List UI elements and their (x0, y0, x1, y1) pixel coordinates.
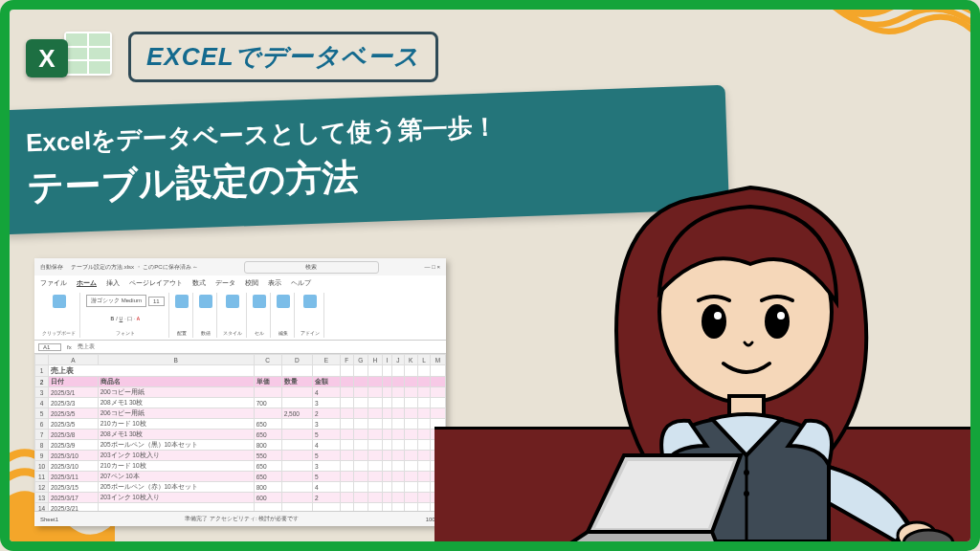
excel-logo: X (23, 23, 115, 90)
excel-screenshot: 自動保存 テーブル設定の方法.xlsx ・ このPCに保存済み ～ 検索 — □… (34, 258, 446, 526)
ss-tab: データ (215, 278, 235, 288)
ss-ribbon-group: クリップボード (38, 293, 80, 338)
ss-window-controls: — □ × (425, 264, 440, 270)
ss-autosave-label: 自動保存 (40, 263, 63, 272)
ss-tab: 挿入 (106, 278, 120, 288)
svg-point-1 (702, 304, 726, 339)
svg-point-2 (765, 304, 790, 339)
ss-ribbon-group: アドイン (297, 293, 324, 338)
svg-point-4 (777, 312, 785, 320)
ss-ribbon-group: 数値 (195, 293, 217, 338)
ss-status-bar: Sheet1 準備完了 アクセシビリティ: 検討が必要です 100% (34, 511, 446, 526)
ss-fx-label: fx (67, 344, 72, 350)
ss-status-left: 準備完了 アクセシビリティ: 検討が必要です (185, 515, 299, 523)
svg-point-3 (714, 312, 722, 320)
ss-tab: ページレイアウト (129, 278, 183, 288)
decorative-wave-top (817, 0, 980, 86)
ss-grid: ABCDEFGHIJKLM1売上表2日付商品名単価数量金額32025/3/120… (34, 354, 446, 511)
svg-point-9 (903, 530, 953, 551)
laptop-icon (540, 455, 741, 551)
ss-tab: 表示 (268, 278, 281, 288)
ss-file-title: テーブル設定の方法.xlsx ・ このPCに保存済み ～ (71, 263, 198, 272)
ss-ribbon-group: 編集 (273, 293, 295, 338)
ss-ribbon-group: セル (249, 293, 271, 338)
ss-tab: 校閲 (245, 278, 258, 288)
character-illustration (463, 130, 980, 551)
ss-tab: ファイル (40, 278, 67, 288)
ss-sheet-tab: Sheet1 (40, 517, 58, 522)
ss-formula-bar: A1 fx 売上表 (34, 341, 446, 354)
category-badge: EXCELでデータベース (128, 32, 438, 82)
ss-cell-ref: A1 (38, 343, 61, 351)
ss-tab: ホーム (77, 278, 97, 288)
ss-ribbon-group: スタイル (219, 293, 247, 338)
ss-tab: 数式 (192, 278, 206, 288)
svg-point-7 (744, 491, 749, 496)
ss-formula-value: 売上表 (78, 342, 95, 351)
ss-ribbon-tabs: ファイルホーム挿入ページレイアウト数式データ校閲表示ヘルプ (34, 276, 446, 291)
ss-search-box: 検索 (244, 261, 378, 274)
ss-ribbon: クリップボード游ゴシック Medium11B I U · 囗 · Aフォント配置… (34, 291, 446, 341)
ss-titlebar: 自動保存 テーブル設定の方法.xlsx ・ このPCに保存済み ～ 検索 — □… (34, 258, 446, 276)
svg-point-6 (744, 470, 749, 475)
ss-ribbon-group: 游ゴシック Medium11B I U · 囗 · Aフォント (82, 293, 169, 338)
ss-tab: ヘルプ (291, 278, 311, 288)
ss-ribbon-group: 配置 (171, 293, 193, 338)
